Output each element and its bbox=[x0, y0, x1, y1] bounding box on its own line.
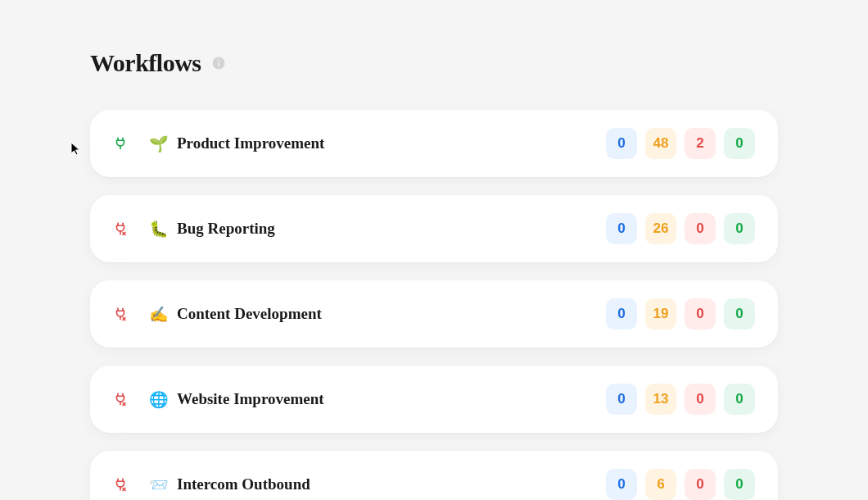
workflow-counts: 0 6 0 0 bbox=[606, 469, 755, 500]
workflow-emoji-icon: ✍️ bbox=[149, 305, 169, 324]
workflow-counts: 0 26 0 0 bbox=[606, 213, 755, 244]
workflow-label: Intercom Outbound bbox=[177, 475, 310, 493]
workflow-label: Content Development bbox=[177, 305, 322, 323]
svg-rect-1 bbox=[218, 62, 219, 66]
plug-disconnected-icon bbox=[113, 307, 128, 321]
count-green-badge[interactable]: 0 bbox=[724, 128, 755, 159]
count-red-badge[interactable]: 0 bbox=[685, 384, 716, 415]
workflow-row[interactable]: ✍️ Content Development 0 19 0 0 bbox=[90, 280, 778, 348]
count-green-badge[interactable]: 0 bbox=[724, 469, 755, 500]
workflow-counts: 0 13 0 0 bbox=[606, 384, 755, 415]
plug-connected-icon bbox=[113, 136, 128, 151]
count-red-badge[interactable]: 0 bbox=[685, 298, 716, 330]
workflow-name: 🌐 Website Improvement bbox=[149, 390, 606, 409]
workflow-name: 🌱 Product Improvement bbox=[149, 134, 606, 153]
workflow-emoji-icon: 🌱 bbox=[149, 134, 169, 153]
count-blue-badge[interactable]: 0 bbox=[606, 213, 637, 244]
count-orange-badge[interactable]: 48 bbox=[645, 128, 676, 159]
plug-disconnected-icon bbox=[113, 392, 128, 407]
count-blue-badge[interactable]: 0 bbox=[606, 128, 637, 159]
workflow-counts: 0 19 0 0 bbox=[606, 298, 755, 330]
count-blue-badge[interactable]: 0 bbox=[606, 469, 637, 500]
workflow-name: 🐛 Bug Reporting bbox=[149, 220, 606, 239]
workflow-emoji-icon: 📨 bbox=[149, 475, 169, 494]
workflow-counts: 0 48 2 0 bbox=[606, 128, 755, 159]
workflow-list: 🌱 Product Improvement 0 48 2 0 bbox=[90, 110, 778, 500]
workflow-name: 📨 Intercom Outbound bbox=[149, 475, 606, 494]
count-orange-badge[interactable]: 13 bbox=[645, 384, 676, 415]
page-title: Workflows bbox=[90, 49, 201, 77]
workflow-emoji-icon: 🐛 bbox=[149, 220, 169, 239]
count-red-badge[interactable]: 0 bbox=[685, 469, 716, 500]
count-orange-badge[interactable]: 6 bbox=[645, 469, 676, 500]
count-green-badge[interactable]: 0 bbox=[724, 298, 755, 330]
count-red-badge[interactable]: 2 bbox=[685, 128, 716, 159]
workflow-emoji-icon: 🌐 bbox=[149, 390, 169, 409]
plug-disconnected-icon bbox=[113, 221, 128, 236]
count-blue-badge[interactable]: 0 bbox=[606, 298, 637, 330]
workflow-row[interactable]: 🌐 Website Improvement 0 13 0 0 bbox=[90, 366, 778, 433]
count-red-badge[interactable]: 0 bbox=[685, 213, 716, 244]
workflow-name: ✍️ Content Development bbox=[149, 305, 606, 324]
workflow-label: Bug Reporting bbox=[177, 220, 275, 238]
count-green-badge[interactable]: 0 bbox=[724, 384, 755, 415]
workflow-row[interactable]: 📨 Intercom Outbound 0 6 0 0 bbox=[90, 451, 778, 500]
count-blue-badge[interactable]: 0 bbox=[606, 384, 637, 415]
count-orange-badge[interactable]: 19 bbox=[645, 298, 676, 330]
plug-disconnected-icon bbox=[113, 477, 128, 492]
workflow-label: Website Improvement bbox=[177, 390, 324, 408]
workflow-row[interactable]: 🌱 Product Improvement 0 48 2 0 bbox=[90, 110, 778, 177]
count-green-badge[interactable]: 0 bbox=[724, 213, 755, 244]
info-icon[interactable] bbox=[211, 56, 226, 70]
workflow-row[interactable]: 🐛 Bug Reporting 0 26 0 0 bbox=[90, 195, 778, 262]
svg-rect-2 bbox=[218, 60, 219, 61]
page-header: Workflows bbox=[90, 49, 778, 77]
workflow-label: Product Improvement bbox=[177, 134, 324, 152]
count-orange-badge[interactable]: 26 bbox=[645, 213, 676, 244]
